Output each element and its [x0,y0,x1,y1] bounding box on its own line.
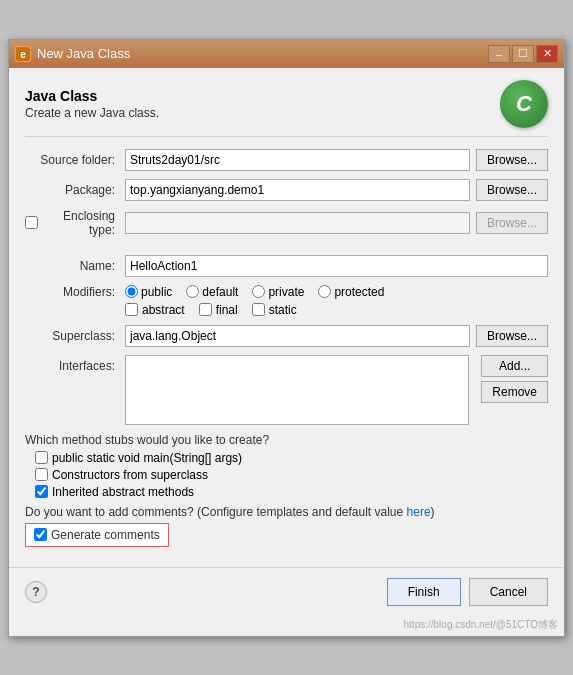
private-modifier-label[interactable]: private [252,285,304,299]
main-method-stub-row: public static void main(String[] args) [35,451,548,465]
main-window: e New Java Class – ☐ ✕ Java Class Create… [8,39,565,637]
source-folder-label: Source folder: [25,153,125,167]
static-modifier-checkbox[interactable] [252,303,265,316]
package-browse-button[interactable]: Browse... [476,179,548,201]
superclass-label: Superclass: [25,329,125,343]
stubs-section-title: Which method stubs would you like to cre… [25,433,548,447]
generate-comments-box: Generate comments [25,523,169,547]
enclosing-type-row: Enclosing type: Browse... [25,209,548,237]
title-bar-left: e New Java Class [15,46,130,62]
constructor-stub-checkbox[interactable] [35,468,48,481]
java-logo-icon: C [500,80,548,128]
access-modifiers-group: public default private protected [125,285,384,299]
name-label: Name: [25,259,125,273]
protected-modifier-label[interactable]: protected [318,285,384,299]
constructor-stub-row: Constructors from superclass [35,468,548,482]
maximize-button[interactable]: ☐ [512,45,534,63]
stubs-section: public static void main(String[] args) C… [25,451,548,499]
superclass-browse-button[interactable]: Browse... [476,325,548,347]
title-bar: e New Java Class – ☐ ✕ [9,40,564,68]
finish-button[interactable]: Finish [387,578,461,606]
dialog-content: Java Class Create a new Java class. C So… [9,68,564,567]
source-folder-browse-button[interactable]: Browse... [476,149,548,171]
private-modifier-radio[interactable] [252,285,265,298]
inherited-stub-checkbox[interactable] [35,485,48,498]
header-info: Java Class Create a new Java class. [25,88,159,120]
window-controls: – ☐ ✕ [488,45,558,63]
superclass-input[interactable] [125,325,470,347]
interfaces-remove-button[interactable]: Remove [481,381,548,403]
footer-left: ? [25,581,47,603]
package-input[interactable] [125,179,470,201]
generate-comments-checkbox[interactable] [34,528,47,541]
final-modifier-checkbox[interactable] [199,303,212,316]
enclosing-type-browse-button[interactable]: Browse... [476,212,548,234]
dialog-footer: ? Finish Cancel [9,567,564,616]
default-modifier-radio[interactable] [186,285,199,298]
source-folder-input[interactable] [125,149,470,171]
comments-link[interactable]: here [407,505,431,519]
modifiers-label: Modifiers: [25,285,125,299]
protected-modifier-radio[interactable] [318,285,331,298]
minimize-button[interactable]: – [488,45,510,63]
enclosing-type-label: Enclosing type: [25,209,125,237]
dialog-subtitle: Create a new Java class. [25,106,159,120]
source-folder-row: Source folder: Browse... [25,149,548,171]
cancel-button[interactable]: Cancel [469,578,548,606]
watermark: https://blog.csdn.net/@51CTO博客 [9,616,564,636]
name-input[interactable] [125,255,548,277]
abstract-modifier-label[interactable]: abstract [125,303,185,317]
package-label: Package: [25,183,125,197]
svg-text:e: e [20,49,26,60]
inherited-stub-label[interactable]: Inherited abstract methods [35,485,194,499]
default-modifier-label[interactable]: default [186,285,238,299]
enclosing-type-checkbox[interactable] [25,216,38,229]
abstract-modifier-checkbox[interactable] [125,303,138,316]
inherited-stub-row: Inherited abstract methods [35,485,548,499]
non-access-modifiers-row: abstract final static [25,303,548,317]
dialog-title: Java Class [25,88,159,104]
interfaces-buttons: Add... Remove [475,355,548,403]
public-modifier-label[interactable]: public [125,285,172,299]
interfaces-add-button[interactable]: Add... [481,355,548,377]
comments-question: Do you want to add comments? (Configure … [25,505,407,519]
public-modifier-radio[interactable] [125,285,138,298]
main-method-stub-checkbox[interactable] [35,451,48,464]
static-modifier-label[interactable]: static [252,303,297,317]
help-button[interactable]: ? [25,581,47,603]
enclosing-type-input[interactable] [125,212,470,234]
divider1 [25,245,548,255]
comments-question-end: ) [431,505,435,519]
close-button[interactable]: ✕ [536,45,558,63]
main-method-stub-label[interactable]: public static void main(String[] args) [35,451,242,465]
interfaces-label: Interfaces: [25,355,125,373]
package-row: Package: Browse... [25,179,548,201]
generate-comments-label[interactable]: Generate comments [34,528,160,542]
final-modifier-label[interactable]: final [199,303,238,317]
interfaces-row: Interfaces: Add... Remove [25,355,548,425]
comments-section: Do you want to add comments? (Configure … [25,505,548,547]
enclosing-type-checkbox-label[interactable]: Enclosing type: [25,209,115,237]
constructor-stub-label[interactable]: Constructors from superclass [35,468,208,482]
name-row: Name: [25,255,548,277]
superclass-row: Superclass: Browse... [25,325,548,347]
header-section: Java Class Create a new Java class. C [25,80,548,137]
app-icon: e [15,46,31,62]
footer-buttons: Finish Cancel [387,578,548,606]
window-title: New Java Class [37,46,130,61]
interfaces-listbox[interactable] [125,355,469,425]
modifiers-row: Modifiers: public default private protec… [25,285,548,299]
